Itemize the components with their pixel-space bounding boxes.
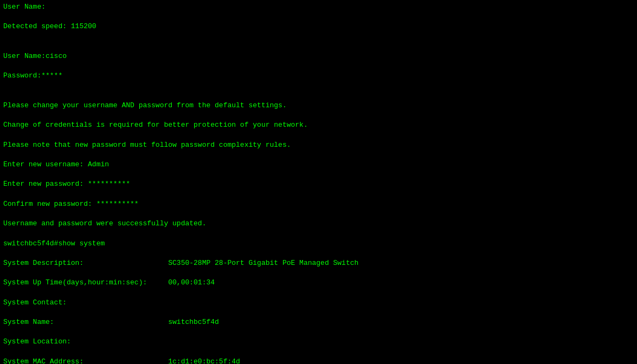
terminal-line: System Description: SC350-28MP 28-Port G… [3, 258, 634, 268]
terminal-line: Change of credentials is required for be… [3, 120, 634, 130]
terminal-line: Confirm new password: ********** [3, 199, 634, 209]
terminal-line: System Location: [3, 337, 634, 347]
terminal-line: Enter new username: Admin [3, 160, 634, 170]
terminal-line: System Contact: [3, 298, 634, 308]
terminal-line: Username and password were successfully … [3, 219, 634, 229]
terminal-line: System MAC Address: 1c:d1:e0:bc:5f:4d [3, 357, 634, 364]
terminal-window[interactable]: User Name: Detected speed: 115200 User N… [0, 0, 637, 364]
terminal-line: Please note that new password must follo… [3, 140, 634, 150]
terminal-line: switchbc5f4d#show system [3, 239, 634, 249]
terminal-line: User Name: [3, 2, 634, 12]
terminal-line: System Up Time(days,hour:min:sec): 00,00… [3, 278, 634, 288]
terminal-line: User Name:cisco [3, 51, 634, 61]
terminal-line: System Name: switchbc5f4d [3, 317, 634, 327]
terminal-line: Please change your username AND password… [3, 101, 634, 110]
terminal-line: Detected speed: 115200 [3, 22, 634, 31]
terminal-line: Password:***** [3, 71, 634, 81]
terminal-line: Enter new password: ********** [3, 179, 634, 189]
